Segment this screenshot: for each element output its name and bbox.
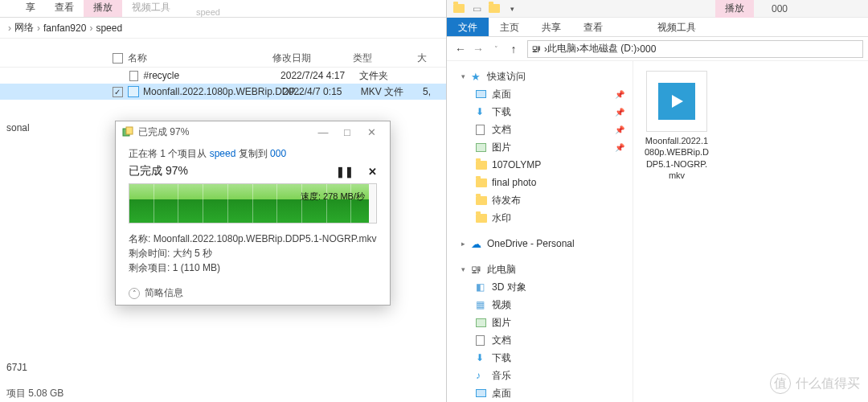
tree-videos[interactable]: ▦视频 [447, 296, 633, 314]
table-row[interactable]: ✓ Moonfall.2022.1080p.WEBRip.DDP... 2022… [0, 84, 446, 100]
file-item[interactable]: Moonfall.2022.1080p.WEBRip.DDP5.1-NOGRP.… [643, 71, 710, 181]
tree-107olymp[interactable]: 107OLYMP [447, 156, 633, 174]
table-row[interactable]: #recycle 2022/7/24 4:17 文件夹 [0, 68, 446, 84]
cancel-button[interactable]: ✕ [368, 166, 377, 178]
forward-button[interactable]: → [469, 43, 487, 55]
tree-label: 文档 [492, 123, 511, 137]
minimize-button[interactable]: — [311, 126, 335, 138]
file-date: 2022/4/7 0:15 [283, 86, 361, 97]
breadcrumb-folder[interactable]: speed [96, 23, 122, 34]
copy-progress-dialog: 已完成 97% — □ ✕ 正在将 1 个项目从 speed 复制到 000 已… [115, 121, 391, 306]
pin-icon: 📌 [615, 90, 624, 99]
file-name: Moonfall.2022.1080p.WEBRip.DDP... [143, 86, 283, 97]
file-date: 2022/7/24 4:17 [280, 70, 359, 81]
tree-label: 视频 [492, 298, 511, 312]
row-checkbox[interactable]: ✓ [113, 87, 123, 97]
tree-documents2[interactable]: 文档 [447, 331, 633, 349]
tree-onedrive[interactable]: ▸☁OneDrive - Personal [447, 235, 633, 252]
dialog-titlebar[interactable]: 已完成 97% — □ ✕ [116, 121, 390, 142]
more-info-label: 简略信息 [145, 286, 183, 300]
progress-graph: 速度: 278 MB/秒 [129, 183, 377, 224]
pause-button[interactable]: ❚❚ [336, 166, 354, 178]
tree-3dobjects[interactable]: ◧3D 对象 [447, 278, 633, 296]
tree-label: 下载 [492, 351, 511, 365]
tree-label: 水印 [492, 211, 511, 225]
col-name[interactable]: 名称 [128, 51, 272, 65]
select-all-checkbox[interactable] [113, 53, 123, 64]
tree-publish[interactable]: 待发布 [447, 191, 633, 209]
tree-desktop[interactable]: 桌面📌 [447, 85, 633, 103]
address-bar[interactable]: 🖳 › 此电脑 › 本地磁盘 (D:) › 000 [527, 40, 863, 58]
breadcrumb-host[interactable]: fanfan920 [43, 23, 86, 34]
chevron-right-icon: › [89, 23, 92, 34]
qat-dropdown-icon[interactable]: ▾ [505, 2, 519, 16]
more-info-toggle[interactable]: ˄ 简略信息 [129, 286, 377, 300]
col-type[interactable]: 类型 [353, 51, 417, 65]
breadcrumb-network[interactable]: 网络 [14, 21, 34, 35]
tree-desktop2[interactable]: 桌面 [447, 384, 633, 402]
copy-dest-link[interactable]: 000 [270, 148, 286, 159]
addr-folder[interactable]: 000 [640, 43, 656, 55]
tree-label: OneDrive - Personal [487, 238, 575, 249]
tab-share[interactable]: 享 [16, 0, 45, 17]
up-button[interactable]: ↑ [505, 43, 522, 55]
video-file-icon [128, 85, 140, 98]
tree-downloads2[interactable]: ⬇下载 [447, 349, 633, 367]
tree-label: 桌面 [492, 88, 511, 101]
tab-play-right[interactable]: 播放 [715, 0, 754, 18]
tree-item-67j1[interactable]: 67J1 [0, 360, 36, 375]
col-size[interactable]: 大 [417, 51, 441, 65]
right-body: ▾★快速访问 桌面📌 ⬇下载📌 文档📌 图片📌 107OLYMP final p… [447, 61, 868, 402]
tree-label: 快速访问 [487, 70, 526, 84]
tree-label: 桌面 [492, 387, 511, 400]
tab-play[interactable]: 播放 [84, 0, 122, 17]
tab-share[interactable]: 共享 [530, 18, 572, 36]
tree-label: 3D 对象 [492, 281, 526, 294]
properties-icon[interactable]: ▭ [469, 2, 484, 16]
file-type: MKV 文件 [361, 85, 423, 99]
copy-description: 正在将 1 个项目从 speed 复制到 000 [129, 147, 377, 161]
tree-thispc[interactable]: ▾🖳此电脑 [447, 260, 633, 278]
pin-icon: 📌 [615, 108, 624, 117]
col-date[interactable]: 修改日期 [272, 51, 353, 65]
tab-view[interactable]: 查看 [572, 18, 614, 36]
nav-bar: ← → ˅ ↑ 🖳 › 此电脑 › 本地磁盘 (D:) › 000 [447, 37, 868, 61]
tab-file[interactable]: 文件 [447, 18, 489, 36]
watermark-text: 什么值得买 [796, 375, 860, 392]
tree-pictures[interactable]: 图片📌 [447, 138, 633, 156]
dialog-details: 名称: Moonfall.2022.1080p.WEBRip.DDP5.1-NO… [129, 232, 377, 275]
tab-view[interactable]: 查看 [45, 0, 84, 17]
file-list: 名称 修改日期 类型 大 #recycle 2022/7/24 4:17 文件夹… [0, 50, 446, 100]
copy-icon [122, 126, 133, 137]
tree-pictures2[interactable]: 图片 [447, 314, 633, 331]
speed-label: 速度: 278 MB/秒 [301, 191, 365, 203]
copy-source-link[interactable]: speed [210, 148, 236, 159]
breadcrumb[interactable]: › 网络 › fanfan920 › speed [0, 18, 446, 39]
tree-music[interactable]: ♪音乐 [447, 367, 633, 384]
tree-label: 图片 [492, 141, 511, 154]
tree-documents[interactable]: 文档📌 [447, 121, 633, 138]
tree-watermark[interactable]: 水印 [447, 209, 633, 227]
file-name: #recycle [143, 70, 280, 81]
back-button[interactable]: ← [452, 43, 469, 55]
tree-downloads[interactable]: ⬇下载📌 [447, 103, 633, 121]
folder-icon[interactable] [452, 2, 466, 16]
window-title: 000 [772, 3, 788, 14]
new-folder-icon[interactable] [487, 2, 502, 16]
addr-drive[interactable]: 本地磁盘 (D:) [579, 42, 637, 55]
tab-video-tools[interactable]: 视频工具 [646, 18, 707, 36]
tree-quick-access[interactable]: ▾★快速访问 [447, 68, 633, 85]
addr-thispc[interactable]: 此电脑 [547, 42, 576, 55]
tab-home[interactable]: 主页 [489, 18, 530, 36]
close-button[interactable]: ✕ [359, 126, 383, 138]
recent-dropdown[interactable]: ˅ [487, 45, 505, 53]
column-headers[interactable]: 名称 修改日期 类型 大 [0, 50, 446, 68]
tree-finalphoto[interactable]: final photo [447, 174, 633, 191]
maximize-button[interactable]: □ [335, 126, 359, 138]
file-view[interactable]: Moonfall.2022.1080p.WEBRip.DDP5.1-NOGRP.… [633, 61, 868, 402]
detail-items: 剩余项目: 1 (110 MB) [129, 260, 377, 275]
tree-label: 下载 [492, 105, 511, 119]
copy-mid: 复制到 [235, 148, 270, 159]
nav-tree[interactable]: ▾★快速访问 桌面📌 ⬇下载📌 文档📌 图片📌 107OLYMP final p… [447, 61, 633, 402]
tree-item-sonal[interactable]: sonal [0, 121, 36, 135]
